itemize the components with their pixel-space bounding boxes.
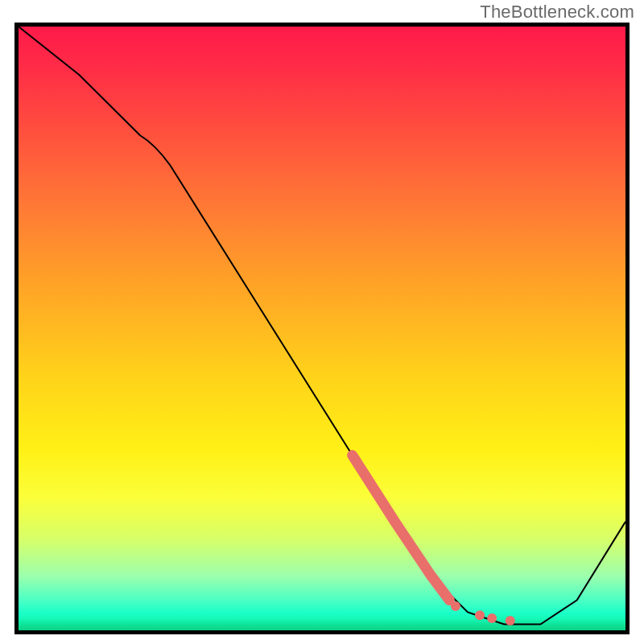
highlight-dot [487, 613, 497, 623]
highlight-dot [475, 610, 485, 620]
watermark-text: TheBottleneck.com [480, 2, 634, 23]
bottleneck-curve [19, 27, 625, 625]
curve-layer [19, 27, 625, 630]
highlight-dot [506, 616, 515, 625]
highlight-dot [451, 601, 460, 611]
highlight-segment [353, 456, 450, 601]
plot-area [14, 23, 630, 634]
chart-wrapper: TheBottleneck.com [0, 0, 644, 644]
